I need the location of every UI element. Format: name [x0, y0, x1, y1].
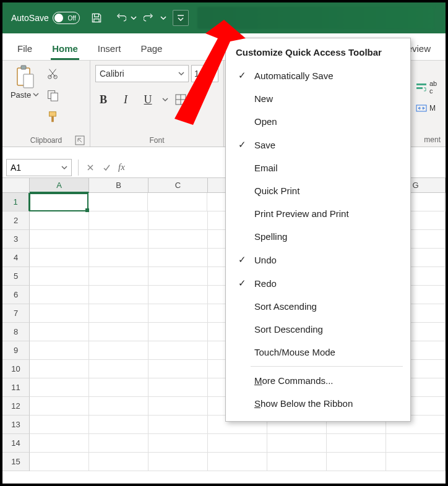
cell[interactable]	[30, 397, 89, 416]
cell[interactable]	[149, 397, 208, 416]
cell[interactable]	[89, 267, 149, 286]
cell[interactable]	[30, 323, 89, 341]
cell[interactable]	[30, 341, 89, 360]
row-header-1[interactable]: 1	[2, 193, 30, 211]
customize-qat-button[interactable]	[173, 10, 189, 26]
cell[interactable]	[89, 378, 149, 397]
cell[interactable]	[386, 453, 446, 471]
row-header-9[interactable]: 9	[2, 341, 30, 360]
cell[interactable]	[149, 378, 208, 397]
cell[interactable]	[149, 453, 208, 471]
row-header-4[interactable]: 4	[2, 249, 30, 267]
cell[interactable]	[148, 193, 207, 211]
insert-function-button[interactable]: fx	[118, 162, 125, 173]
cell[interactable]	[149, 304, 208, 323]
italic-button[interactable]: I	[118, 92, 134, 108]
cell[interactable]	[89, 286, 149, 304]
cell[interactable]	[386, 434, 446, 453]
cell[interactable]	[30, 230, 89, 249]
cell[interactable]	[89, 304, 149, 323]
cell[interactable]	[89, 453, 149, 471]
clipboard-dialog-launcher-icon[interactable]	[75, 135, 85, 145]
menu-item-open[interactable]: Open	[226, 110, 410, 133]
cell[interactable]	[89, 434, 149, 453]
name-box[interactable]: A1	[6, 159, 72, 176]
select-all-corner[interactable]	[2, 178, 30, 192]
row-header-13[interactable]: 13	[2, 416, 30, 434]
merge-button[interactable]: M	[416, 103, 436, 113]
row-header-10[interactable]: 10	[2, 360, 30, 378]
menu-item-undo[interactable]: ✓Undo	[226, 248, 410, 271]
cell[interactable]	[327, 453, 386, 471]
undo-button[interactable]	[110, 7, 137, 28]
cell[interactable]	[30, 416, 89, 434]
cancel-formula-icon[interactable]	[82, 160, 98, 176]
menu-item-automatically-save[interactable]: ✓Automatically Save	[226, 64, 410, 87]
cell[interactable]	[149, 360, 208, 378]
enter-formula-icon[interactable]	[98, 160, 114, 176]
col-header-B[interactable]: B	[89, 178, 149, 192]
paste-button[interactable]: Paste	[7, 64, 42, 100]
cell[interactable]	[89, 360, 149, 378]
row-header-12[interactable]: 12	[2, 397, 30, 416]
redo-button[interactable]	[139, 7, 166, 28]
row-header-11[interactable]: 11	[2, 378, 30, 397]
cell[interactable]	[149, 249, 208, 267]
cell[interactable]	[89, 211, 149, 230]
menu-item-print-preview-and-print[interactable]: Print Preview and Print	[226, 202, 410, 225]
cell[interactable]	[149, 416, 208, 434]
tab-home[interactable]: Home	[51, 43, 79, 60]
row-header-5[interactable]: 5	[2, 267, 30, 286]
cell[interactable]	[149, 267, 208, 286]
cell[interactable]	[30, 434, 89, 453]
borders-button[interactable]	[174, 93, 194, 106]
menu-item-quick-print[interactable]: Quick Print	[226, 179, 410, 202]
cell[interactable]	[89, 323, 149, 341]
cell[interactable]	[149, 434, 208, 453]
col-header-C[interactable]: C	[149, 178, 208, 192]
bold-button[interactable]: B	[95, 92, 111, 108]
cell[interactable]	[30, 267, 89, 286]
cell[interactable]	[208, 453, 267, 471]
wrap-text-button[interactable]: abc	[416, 80, 437, 95]
cell[interactable]	[89, 416, 149, 434]
tab-insert[interactable]: Insert	[97, 43, 123, 60]
row-header-14[interactable]: 14	[2, 434, 30, 453]
menu-item-email[interactable]: Email	[226, 156, 410, 179]
font-size-select[interactable]: 11	[191, 65, 218, 82]
cell[interactable]	[30, 360, 89, 378]
cell[interactable]	[30, 378, 89, 397]
menu-item-redo[interactable]: ✓Redo	[226, 271, 410, 295]
save-icon[interactable]	[86, 7, 107, 28]
row-header-6[interactable]: 6	[2, 286, 30, 304]
cell[interactable]	[30, 286, 89, 304]
underline-button[interactable]: U	[140, 92, 156, 108]
col-header-A[interactable]: A	[30, 178, 89, 193]
cell[interactable]	[30, 211, 89, 230]
menu-item-new[interactable]: New	[226, 87, 410, 110]
cell[interactable]	[30, 249, 89, 267]
cell[interactable]	[29, 193, 88, 211]
menu-item-sort-descending[interactable]: Sort Descending	[226, 318, 410, 341]
paste-caret-icon[interactable]	[33, 90, 39, 100]
row-header-15[interactable]: 15	[2, 453, 30, 471]
cell[interactable]	[89, 397, 149, 416]
font-name-select[interactable]: Calibri	[95, 65, 189, 82]
redo-caret-icon[interactable]	[160, 13, 166, 23]
autosave-switch[interactable]: Off	[53, 12, 80, 24]
cell[interactable]	[267, 434, 327, 453]
cell[interactable]	[89, 249, 149, 267]
menu-item-touch-mouse-mode[interactable]: Touch/Mouse Mode	[226, 341, 410, 364]
format-painter-icon[interactable]	[46, 110, 59, 126]
menu-item-save[interactable]: ✓Save	[226, 133, 410, 156]
cell[interactable]	[149, 286, 208, 304]
cell[interactable]	[89, 230, 149, 249]
row-header-3[interactable]: 3	[2, 230, 30, 249]
tab-file[interactable]: File	[16, 43, 33, 60]
underline-caret-icon[interactable]	[162, 95, 168, 104]
cell[interactable]	[327, 434, 386, 453]
redo-icon[interactable]	[139, 7, 160, 28]
cell[interactable]	[88, 193, 148, 211]
menu-show-below-ribbon[interactable]: Show Below the Ribbon	[226, 392, 410, 415]
menu-more-commands[interactable]: More Commands...	[226, 369, 410, 392]
